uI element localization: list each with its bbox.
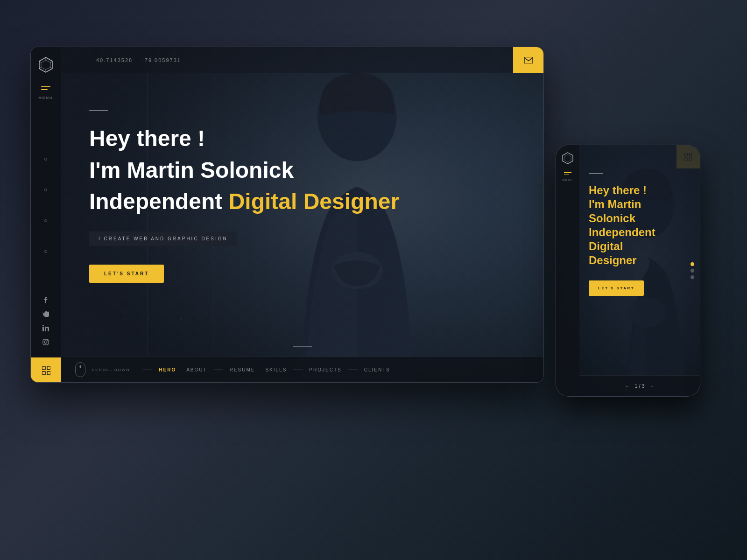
mobile-page-nav: ← 1 / 3 → (625, 383, 654, 389)
hero-line3-highlight: Digital Designer (229, 189, 399, 214)
nav-dot-3[interactable] (44, 219, 47, 222)
mobile-line3-static: Independent (589, 226, 655, 238)
svg-rect-18 (42, 371, 45, 375)
mobile-mockup: MENU Hey there ! I'm Martin Solonick Ind… (556, 145, 700, 397)
mobile-menu-button[interactable] (562, 170, 574, 177)
scroll-label: SCROLL DOWN (92, 368, 130, 372)
mobile-cta-button[interactable]: LET'S START (589, 280, 644, 296)
svg-point-15 (47, 340, 48, 341)
hero-top-divider (89, 110, 108, 111)
linkedin-icon[interactable] (42, 324, 49, 332)
nav-item-projects[interactable]: PROJECTS (305, 365, 345, 374)
svg-rect-11 (42, 327, 44, 331)
svg-marker-4 (41, 60, 50, 70)
nav-sep-2 (293, 370, 303, 370)
coordinates-display: 40.7143528 -79.0059731 (75, 57, 181, 63)
tagline-badge: I CREATE WEB AND GRAPHIC DESIGN (89, 231, 237, 246)
mobile-nav-dot-1[interactable] (691, 262, 694, 266)
fullscreen-button[interactable] (31, 357, 61, 383)
svg-rect-20 (524, 57, 533, 63)
bottom-nav-items: HERO ABOUT RESUME SKILLS PROJECTS CLIENT… (143, 365, 529, 374)
mobile-hero-content: Hey there ! I'm Martin Solonick Independ… (579, 145, 700, 396)
hero-content: Hey there ! I'm Martin Solonick Independ… (61, 73, 543, 357)
svg-marker-25 (564, 154, 571, 162)
mobile-menu-label: MENU (562, 179, 573, 182)
mobile-prev-arrow[interactable]: ← (625, 383, 630, 389)
scroll-indicator (75, 362, 85, 377)
hero-line3: Independent Digital Designer (89, 188, 520, 215)
svg-rect-19 (47, 371, 50, 375)
nav-item-resume[interactable]: RESUME (226, 365, 259, 374)
desktop-bottom-nav: SCROLL DOWN HERO ABOUT RESUME SKILLS PRO… (61, 357, 543, 382)
fullscreen-icon (42, 366, 50, 375)
nav-item-skills[interactable]: SKILLS (261, 365, 290, 374)
nav-sep-3 (348, 370, 358, 370)
scroll-dot (80, 365, 81, 368)
mobile-nav-dot-3[interactable] (691, 275, 694, 279)
mobile-line1: Hey there ! (589, 184, 647, 196)
mobile-sidebar: MENU (556, 145, 579, 396)
mobile-page-current: 1 / 3 (634, 383, 644, 389)
nav-item-hero[interactable]: HERO (155, 365, 180, 374)
latitude: 40.7143528 (96, 57, 133, 63)
coord-divider (75, 60, 87, 60)
hero-line2: I'm Martin Solonick (89, 157, 520, 184)
email-icon (524, 57, 533, 63)
svg-rect-16 (42, 366, 45, 370)
menu-line-1 (41, 86, 50, 87)
mobile-menu-line-2 (564, 175, 569, 175)
desktop-top-bar: 40.7143528 -79.0059731 (61, 47, 543, 73)
nav-dots-container (44, 114, 47, 296)
desktop-mockup: MENU (30, 47, 544, 383)
mobile-nav-dots (691, 262, 694, 279)
mobile-hero-line1: Hey there ! I'm Martin Solonick Independ… (589, 183, 691, 267)
mobile-line3-highlight: Digital (589, 240, 623, 252)
mobile-nav-dot-2[interactable] (691, 269, 694, 273)
svg-rect-17 (47, 366, 50, 370)
nav-dot-2[interactable] (44, 189, 47, 191)
nav-item-about[interactable]: ABOUT (183, 365, 211, 374)
mobile-logo-icon (562, 152, 574, 164)
desktop-logo-icon (37, 56, 54, 73)
mobile-next-arrow[interactable]: → (649, 383, 655, 389)
nav-dot-1[interactable] (44, 158, 47, 161)
hero-line3-static: Independent (89, 189, 229, 214)
facebook-icon[interactable] (42, 296, 49, 304)
nav-item-clients[interactable]: CLIENTS (360, 365, 394, 374)
nav-dot-4[interactable] (44, 250, 47, 253)
longitude: -79.0059731 (142, 57, 181, 63)
svg-point-12 (42, 325, 44, 326)
cta-button[interactable]: LET'S START (89, 265, 164, 283)
desktop-sidebar: MENU (31, 47, 61, 383)
email-button[interactable] (513, 47, 543, 73)
mobile-hero-divider (589, 173, 603, 174)
nav-sep-1 (214, 370, 223, 370)
menu-line-2 (41, 89, 48, 90)
instagram-icon[interactable] (42, 338, 49, 346)
mobile-bottom-bar: ← 1 / 3 → (579, 375, 700, 396)
mobile-menu-line-1 (564, 172, 571, 173)
svg-point-14 (44, 341, 47, 343)
social-links (42, 296, 49, 346)
mobile-line4-highlight: Designer (589, 254, 637, 266)
twitter-icon[interactable] (42, 310, 49, 318)
nav-sep-0 (143, 370, 152, 370)
hero-bottom-divider (293, 346, 312, 347)
hero-line1: Hey there ! (89, 125, 520, 152)
menu-button[interactable] (37, 83, 54, 94)
menu-label: MENU (38, 96, 53, 100)
mobile-line2: I'm Martin Solonick (589, 198, 641, 224)
